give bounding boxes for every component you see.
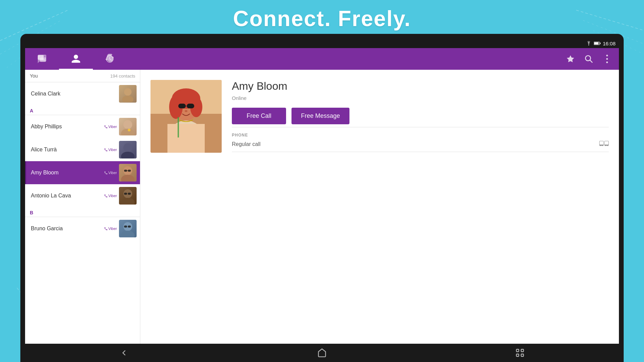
free-message-button[interactable]: Free Message xyxy=(291,108,349,124)
you-label: You xyxy=(30,73,38,79)
svg-rect-60 xyxy=(605,141,608,145)
svg-rect-12 xyxy=(600,43,601,44)
svg-rect-49 xyxy=(187,104,194,108)
svg-rect-15 xyxy=(40,57,46,62)
svg-point-51 xyxy=(185,110,187,112)
viber-phone-icon xyxy=(104,194,108,198)
svg-rect-32 xyxy=(128,170,131,172)
section-label-a: A xyxy=(25,105,140,115)
contact-name: Amy Bloom xyxy=(31,170,104,176)
contact-antonio-la-cava[interactable]: Antonio La Cava Viber xyxy=(25,184,140,207)
viber-badge: Viber xyxy=(104,148,117,152)
detail-header: Amy Bloom Online Free Call Free Message … xyxy=(150,80,609,153)
viber-label: Viber xyxy=(108,125,117,129)
star-icon xyxy=(566,55,575,63)
svg-rect-40 xyxy=(124,226,127,228)
tagline: Connect. Freely. xyxy=(0,6,644,31)
svg-point-20 xyxy=(606,58,608,60)
phone-section: PHONE Regular call xyxy=(232,127,609,152)
status-icons: 16:08 xyxy=(586,41,616,46)
viber-label: Viber xyxy=(108,171,117,175)
svg-point-17 xyxy=(585,56,590,61)
contact-avatar-celina xyxy=(119,85,137,103)
recents-button[interactable] xyxy=(510,346,530,360)
sidebar-header: You 194 contacts xyxy=(25,70,140,82)
free-call-button[interactable]: Free Call xyxy=(232,108,286,124)
contacts-sidebar: You 194 contacts Celina Clark xyxy=(25,70,140,344)
svg-point-19 xyxy=(606,55,608,57)
viber-badge: Viber xyxy=(104,227,117,231)
home-button[interactable] xyxy=(312,346,332,360)
svg-rect-57 xyxy=(600,145,601,146)
contact-alice-turra[interactable]: Alice Turrà Viber xyxy=(25,138,140,161)
nav-bar xyxy=(25,48,619,70)
phone-action-icon xyxy=(599,141,609,148)
svg-rect-62 xyxy=(607,145,608,146)
svg-point-26 xyxy=(128,129,130,131)
phone-row[interactable]: Regular call xyxy=(232,141,609,152)
status-bar: 16:08 xyxy=(25,39,619,48)
contact-avatar-antonio xyxy=(119,187,137,205)
viber-phone-icon xyxy=(104,171,108,175)
search-icon xyxy=(584,55,593,63)
svg-point-28 xyxy=(121,152,135,158)
svg-point-30 xyxy=(121,175,135,182)
svg-rect-48 xyxy=(178,104,186,108)
viber-phone-icon xyxy=(104,227,108,231)
detail-info: Amy Bloom Online Free Call Free Message … xyxy=(232,80,609,153)
svg-point-39 xyxy=(121,231,135,237)
contact-count: 194 contacts xyxy=(110,73,135,79)
contact-celina-clark[interactable]: Celina Clark xyxy=(25,82,140,105)
viber-label: Viber xyxy=(108,194,117,198)
contact-detail-panel: Amy Bloom Online Free Call Free Message … xyxy=(140,70,619,344)
viber-label: Viber xyxy=(108,227,117,231)
svg-rect-31 xyxy=(124,170,127,172)
favorites-button[interactable] xyxy=(562,50,579,67)
detail-actions: Free Call Free Message xyxy=(232,108,609,124)
svg-point-21 xyxy=(606,62,608,63)
svg-point-35 xyxy=(121,198,135,205)
contact-status: Online xyxy=(232,95,609,101)
contact-detail-name: Amy Bloom xyxy=(232,80,609,92)
app-screen: You 194 contacts Celina Clark xyxy=(25,48,619,362)
svg-rect-66 xyxy=(521,354,524,357)
svg-rect-13 xyxy=(595,42,599,44)
svg-rect-65 xyxy=(517,354,519,357)
tab-contacts[interactable] xyxy=(59,48,93,70)
detail-photo xyxy=(150,80,222,153)
phone-type: Regular call xyxy=(232,141,260,147)
tablet-frame: 16:08 xyxy=(20,34,624,362)
contact-abby-phillips[interactable]: Abby Phillips Viber xyxy=(25,115,140,138)
svg-rect-61 xyxy=(605,145,606,146)
viber-label: Viber xyxy=(108,148,117,152)
search-button[interactable] xyxy=(580,50,597,67)
contact-avatar-alice xyxy=(119,141,137,158)
tab-recents[interactable] xyxy=(93,48,127,70)
more-icon xyxy=(606,55,608,63)
viber-badge: Viber xyxy=(104,171,117,175)
tab-chats[interactable] xyxy=(25,48,59,70)
contact-name: Celina Clark xyxy=(31,91,119,97)
svg-rect-54 xyxy=(178,117,179,137)
chats-icon xyxy=(37,54,47,64)
main-content: You 194 contacts Celina Clark xyxy=(25,70,619,344)
svg-point-25 xyxy=(121,129,135,135)
svg-rect-58 xyxy=(602,145,603,146)
contact-name: Antonio La Cava xyxy=(31,193,104,199)
phone-label: PHONE xyxy=(232,133,609,137)
home-icon xyxy=(317,348,327,358)
more-options-button[interactable] xyxy=(599,50,616,67)
svg-point-23 xyxy=(122,96,133,102)
back-button[interactable] xyxy=(114,346,134,360)
svg-rect-56 xyxy=(600,141,603,145)
nav-tabs xyxy=(25,48,127,70)
svg-rect-41 xyxy=(128,226,131,228)
svg-rect-53 xyxy=(167,124,205,153)
contact-name: Abby Phillips xyxy=(31,124,104,130)
contact-avatar-amy xyxy=(119,164,137,182)
contact-amy-bloom[interactable]: Amy Bloom Viber xyxy=(25,161,140,184)
time-display: 16:08 xyxy=(603,41,616,46)
contact-name: Bruno Garcia xyxy=(31,226,104,232)
contact-name: Alice Turrà xyxy=(31,147,104,153)
contact-bruno-garcia[interactable]: Bruno Garcia Viber xyxy=(25,217,140,240)
